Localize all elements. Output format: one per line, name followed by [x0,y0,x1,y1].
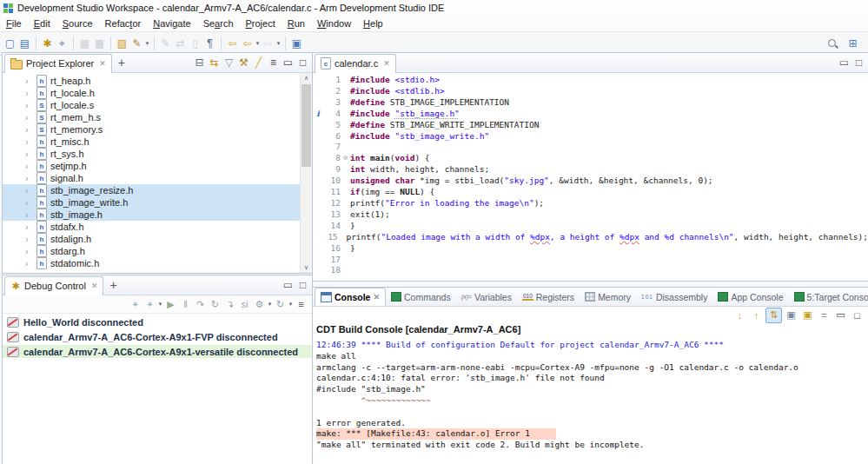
build-hammer-icon[interactable]: ⚒ [236,55,251,70]
minimize-icon[interactable]: ▭ [837,55,851,70]
view-menu-icon[interactable]: ≡ [294,296,308,312]
collapse-all-icon[interactable]: ⊟ [192,55,207,70]
menu-window[interactable]: Window [311,17,357,30]
reset-dropdown-icon[interactable]: ▾ [288,301,294,308]
tree-item[interactable]: ›Srt_memory.s [3,123,300,136]
menu-search[interactable]: Search [197,17,240,30]
tree-item[interactable]: ›hstdalign.h [3,233,300,245]
new-window-icon[interactable]: ▣ [289,36,304,51]
chevron-right-icon[interactable]: › [25,124,33,135]
tree-item[interactable]: ›hrt_misc.h [3,136,300,148]
tab-debug-control[interactable]: ✱ Debug Control ✕ [4,276,103,295]
pause-icon[interactable]: ‖ [178,296,193,312]
tree-item[interactable]: ›hstb_image_resize.h [3,184,300,196]
paste-icon[interactable]: ▯ [188,36,202,51]
chevron-right-icon[interactable]: › [25,258,33,268]
close-icon[interactable]: ✕ [91,282,98,290]
menu-navigate[interactable]: Navigate [147,17,196,30]
tree-item[interactable]: ›hstb_image.h [3,209,300,221]
new-c-file-icon[interactable]: ▢ [3,36,17,51]
menu-source[interactable]: Source [56,17,99,30]
console-tab-console[interactable]: Console✕ [315,288,386,306]
back-dropdown-icon[interactable]: ▾ [255,40,261,47]
import-icon[interactable]: ▤ [17,36,32,51]
tree-item[interactable]: ›hstb_image_write.h [3,196,300,209]
console-tab-registers[interactable]: 010Registers [517,288,580,306]
scroll-up-icon[interactable]: ↑ [749,308,764,322]
continue-icon[interactable]: ▶ [163,296,178,312]
step-over-icon[interactable]: ↷ [193,296,208,312]
console-tab-disassembly[interactable]: 101Disassembly [636,288,712,306]
menu-refactor[interactable]: Refactor [99,17,148,30]
debug-config-icon[interactable]: ⚙ [252,296,267,312]
chevron-right-icon[interactable]: › [25,76,33,86]
filter-icon[interactable]: ▽ [222,55,236,70]
maximize-icon[interactable]: □ [295,277,310,293]
chevron-right-icon[interactable]: › [25,209,33,220]
instruction-step-icon[interactable]: si [237,296,252,312]
search-icon[interactable] [827,38,838,50]
save-all-icon[interactable]: ▩ [92,36,107,51]
step-out-icon[interactable]: ↻ [208,296,222,312]
word-wrap-icon[interactable]: = [817,308,832,322]
connect-menu-dropdown-icon[interactable]: ▾ [157,301,163,308]
pin-console-icon[interactable]: ▣ [784,308,798,322]
chevron-right-icon[interactable]: › [25,88,33,98]
tree-scrollbar[interactable]: ∧ ∨ [300,73,312,273]
menu-edit[interactable]: Edit [28,17,56,30]
tab-project-explorer[interactable]: Project Explorer ✕ [4,54,112,73]
chevron-right-icon[interactable]: › [25,112,33,123]
console-tab-5-target-console[interactable]: 5:Target Console [789,288,868,306]
connect-menu-icon[interactable]: ⌖ [142,296,157,312]
clean-broom-icon[interactable]: ╱ [251,55,266,70]
tree-item[interactable]: ›hsetjmp.h [3,160,300,172]
maximize-icon[interactable]: □ [851,55,866,70]
debug-target-row[interactable]: calendar_Armv7-A_AC6-Cortex-A9x1-versati… [3,345,312,358]
tab-calendar-c[interactable]: c calendar.c ✕ [315,54,396,73]
code-area[interactable]: 1 #include <stdio.h> 2 #include <stdlib.… [313,73,868,281]
save-icon[interactable]: ▦ [77,36,92,51]
console-tab-variables[interactable]: (x)=Variables [456,288,517,306]
debug-target-row[interactable]: Hello_World disconnected [3,315,312,328]
menu-help[interactable]: Help [357,17,389,30]
chevron-right-icon[interactable]: › [25,185,33,196]
maximize-icon[interactable]: □ [850,308,865,322]
tree-item[interactable]: ›hrt_sys.h [3,148,300,160]
highlighter-icon[interactable]: ✎ [129,36,144,51]
tree-item[interactable]: ›hrt_locale.h [3,87,300,99]
new-view-tab-button[interactable]: + [112,56,131,70]
scroll-lock-icon[interactable]: ▣ [800,308,815,322]
forward-icon[interactable]: ⇨ [261,36,275,51]
debug-target-row[interactable]: calendar_Armv7-A_AC6-Cortex-A9x1-FVP dis… [3,330,312,343]
open-perspective-icon[interactable]: ⊞ [845,36,860,51]
show-on-output-icon[interactable]: ⇅ [765,308,782,323]
chevron-right-icon[interactable]: › [25,100,33,110]
debug-config-dropdown-icon[interactable]: ▾ [267,301,273,308]
forward-dropdown-icon[interactable]: ▾ [275,40,282,47]
menu-file[interactable]: File [0,17,28,30]
scroll-up-icon[interactable]: ∧ [301,73,312,83]
minimize-icon[interactable]: ▭ [281,277,295,293]
view-menu-icon[interactable]: ≡ [266,55,281,70]
console-tab-memory[interactable]: Memory [580,288,636,306]
minimize-icon[interactable]: ▭ [833,308,848,322]
build-link-icon[interactable]: ⇄ [173,36,188,51]
chevron-right-icon[interactable]: › [25,234,33,244]
scroll-down-icon[interactable]: ↓ [732,308,747,322]
show-whitespace-icon[interactable]: ¶ [202,36,217,51]
console-tab-app-console[interactable]: App Console [712,288,788,306]
link-with-editor-icon[interactable]: ⇆ [207,55,222,70]
tree-item[interactable]: ›hstdatomic.h [3,257,300,269]
close-icon[interactable]: ✕ [99,59,106,68]
scroll-down-icon[interactable]: ∨ [301,262,312,273]
tree-item[interactable]: ›Srt_mem_h.s [3,111,300,123]
menu-project[interactable]: Project [240,17,282,30]
tree-item[interactable]: ›hstdafx.h [3,221,300,233]
scrollbar-thumb[interactable] [301,84,311,167]
menu-run[interactable]: Run [282,17,311,30]
chevron-right-icon[interactable]: › [25,161,33,171]
connect-target-icon[interactable]: ⌖ [55,36,70,51]
back-history-icon[interactable]: ⇦ [225,36,240,51]
console-tab-commands[interactable]: Commands [386,288,456,306]
chevron-right-icon[interactable]: › [25,149,33,159]
